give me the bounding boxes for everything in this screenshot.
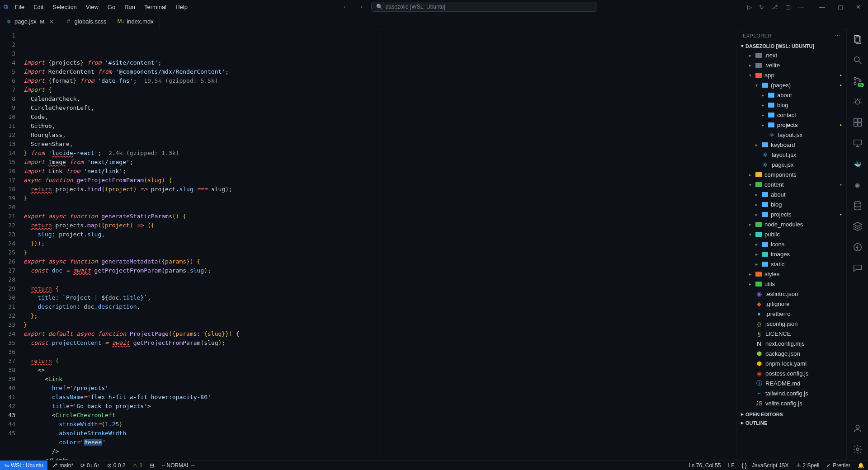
warnings[interactable]: ⚠ 1 — [129, 462, 146, 469]
file-readme-md[interactable]: ⓘREADME.md — [738, 378, 844, 388]
tab-globals-scss[interactable]: #globals.scss — [60, 14, 113, 29]
folder-public[interactable]: ▾public — [738, 229, 844, 239]
file-licence[interactable]: §LICENCE — [738, 329, 844, 338]
branch-icon[interactable]: ⎇ — [770, 3, 779, 11]
folder-icons[interactable]: ▸icons — [738, 239, 844, 249]
folder--pages-[interactable]: ▾(pages)● — [738, 80, 844, 90]
file--eslintrc-json[interactable]: ◉.eslintrc.json — [738, 289, 844, 299]
file-page-jsx[interactable]: ⚛page.jsx — [738, 160, 844, 169]
folder-keyboard[interactable]: ▸keyboard — [738, 140, 844, 150]
menu-help[interactable]: Help — [172, 2, 191, 12]
language-mode[interactable]: { } JavaScript JSX — [738, 462, 793, 469]
figma-icon[interactable]: ◉ — [852, 179, 863, 190]
folder-styles[interactable]: ▸styles — [738, 269, 844, 279]
folder-app[interactable]: ▾app● — [738, 70, 844, 80]
nav-back-icon[interactable]: ← — [340, 3, 351, 11]
maximize-icon[interactable]: ▢ — [834, 2, 847, 12]
tab-index-mdx[interactable]: M↓index.mdx — [112, 14, 159, 29]
command-center[interactable]: 🔍 dasezolio [WSL: Ubuntu] — [371, 2, 597, 12]
outline-section[interactable]: ▸ OUTLINE — [738, 418, 844, 427]
folder-icon — [755, 172, 762, 177]
close-icon[interactable]: ✕ — [49, 18, 54, 25]
folder-images[interactable]: ▸images — [738, 249, 844, 259]
layers-icon[interactable] — [852, 221, 863, 232]
spell[interactable]: ⚠2 Spell — [793, 462, 823, 469]
folder-projects[interactable]: ▸projects● — [738, 209, 844, 219]
vscode-logo-icon: ⧉ — [4, 3, 8, 10]
close-window-icon[interactable]: ✕ — [852, 2, 864, 12]
code-content[interactable]: import {projects} from '#site/content';i… — [24, 29, 736, 460]
menu-file[interactable]: File — [11, 2, 28, 12]
folder-icon — [755, 53, 762, 58]
line-number-gutter: 1234567891011121314151617181920212223242… — [0, 29, 24, 460]
menu-terminal[interactable]: Terminal — [141, 2, 170, 12]
bell-icon[interactable]: 🔔 — [854, 462, 868, 469]
eol-label: LF — [728, 462, 735, 469]
file-layout-jsx[interactable]: ⚛layout.jsx — [738, 130, 844, 140]
folder-projects[interactable]: ▸projects● — [738, 120, 844, 130]
cursor-position[interactable]: Ln 76, Col 55 — [685, 462, 724, 469]
file-icon: ⬢ — [755, 350, 763, 357]
folder--velite[interactable]: ▸.velite — [738, 60, 844, 70]
folder-utils[interactable]: ▸utils — [738, 279, 844, 289]
folder-static[interactable]: ▸static — [738, 259, 844, 269]
explorer-menu-icon[interactable]: ⋯ — [835, 33, 840, 39]
nav-forward-icon[interactable]: → — [355, 3, 366, 11]
folder-blog[interactable]: ▸blog — [738, 199, 844, 209]
layout-icon[interactable]: ◫ — [784, 3, 792, 11]
docker-icon[interactable]: 🐳 — [852, 159, 863, 169]
tab-page-jsx[interactable]: ⚛page.jsxM✕ — [0, 14, 60, 29]
database-icon[interactable] — [852, 200, 863, 211]
file-velite-config-js[interactable]: JSvelite.config.js — [738, 398, 844, 408]
folder-about[interactable]: ▸about — [738, 189, 844, 199]
menu-go[interactable]: Go — [104, 2, 119, 12]
folder-components[interactable]: ▸components — [738, 169, 844, 179]
file-layout-jsx[interactable]: ⚛layout.jsx — [738, 150, 844, 160]
menu-run[interactable]: Run — [121, 2, 139, 12]
file--prettierrc[interactable]: ●.prettierrc — [738, 309, 844, 319]
prettier[interactable]: ✓Prettier — [823, 462, 854, 469]
comments-icon[interactable] — [852, 263, 863, 273]
folder-node_modules[interactable]: ▸node_modules — [738, 219, 844, 229]
file-jsconfig-json[interactable]: {}jsconfig.json — [738, 319, 844, 329]
split-icon[interactable]: ⊟ — [146, 462, 158, 469]
menu-view[interactable]: View — [82, 2, 102, 12]
folder-icon — [762, 83, 768, 88]
chevron-right-icon: ▸ — [747, 272, 753, 277]
extensions-icon[interactable] — [852, 117, 863, 128]
thunder-icon[interactable] — [852, 242, 863, 253]
file-pnpm-lock-yaml[interactable]: ⬢pnpm-lock.yaml — [738, 358, 844, 368]
search-panel-icon[interactable] — [852, 55, 863, 66]
account-icon[interactable] — [852, 423, 863, 434]
editor[interactable]: 1234567891011121314151617181920212223242… — [0, 29, 736, 460]
menu-edit[interactable]: Edit — [30, 2, 47, 12]
file-postcss-config-js[interactable]: ◉postcss.config.js — [738, 368, 844, 378]
remote-explorer-icon[interactable] — [852, 138, 863, 149]
explorer-icon[interactable] — [852, 34, 863, 45]
folder-about[interactable]: ▸about — [738, 90, 844, 100]
folder--next[interactable]: ▸.next — [738, 50, 844, 60]
file-next-config-mjs[interactable]: Nnext.config.mjs — [738, 338, 844, 348]
source-control-icon[interactable]: 5 — [852, 75, 863, 86]
settings-gear-icon[interactable] — [852, 444, 863, 455]
eol[interactable]: LF — [725, 462, 738, 469]
open-editors-section[interactable]: ▸ OPEN EDITORS — [738, 410, 844, 418]
folder-blog[interactable]: ▸blog — [738, 100, 844, 110]
reload-icon[interactable]: ↻ — [758, 3, 765, 11]
tree-root[interactable]: ▾ DASEZOLIO [WSL: UBUNTU] — [738, 42, 844, 50]
file-package-json[interactable]: ⬢package.json — [738, 348, 844, 358]
minimize-icon[interactable]: ― — [816, 2, 829, 12]
folder-contact[interactable]: ▸contact — [738, 110, 844, 120]
debug-icon[interactable] — [852, 96, 863, 107]
git-branch[interactable]: ⎇ main* — [47, 462, 77, 469]
folder-content[interactable]: ▾content● — [738, 179, 844, 189]
chevron-down-icon: ▾ — [754, 83, 759, 88]
remote-indicator[interactable]: ⇋ WSL: Ubuntu — [0, 461, 47, 470]
problems[interactable]: ⊘ 0 0 2 — [104, 462, 129, 469]
file-tailwind-config-js[interactable]: ~tailwind.config.js — [738, 388, 844, 398]
file--gitignore[interactable]: ◆.gitignore — [738, 299, 844, 309]
run-icon[interactable]: ▷ — [746, 3, 753, 11]
menu-selection[interactable]: Selection — [49, 2, 80, 12]
git-sync[interactable]: ⟳ 0↓ 6↑ — [77, 462, 104, 469]
more-icon[interactable]: ⋯ — [797, 3, 805, 11]
